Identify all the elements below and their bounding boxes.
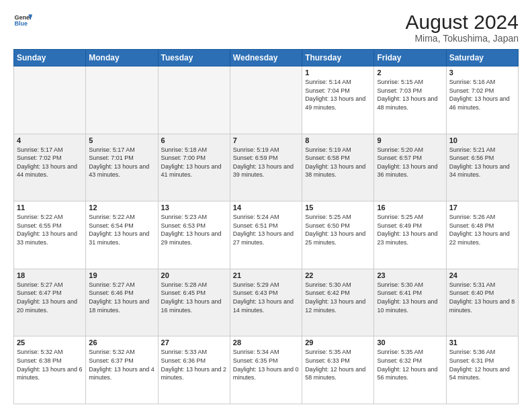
day-info: Sunrise: 5:30 AMSunset: 6:42 PMDaylight:…: [305, 281, 371, 314]
day-info: Sunrise: 5:21 AMSunset: 6:56 PMDaylight:…: [449, 146, 515, 179]
calendar-cell: 30Sunrise: 5:35 AMSunset: 6:32 PMDayligh…: [374, 336, 446, 404]
day-number: 30: [377, 338, 443, 347]
day-number: 4: [17, 136, 83, 144]
calendar-cell: [14, 66, 86, 134]
day-info: Sunrise: 5:17 AMSunset: 7:02 PMDaylight:…: [17, 146, 83, 179]
calendar-cell: 5Sunrise: 5:17 AMSunset: 7:01 PMDaylight…: [86, 134, 158, 201]
calendar-week-row: 4Sunrise: 5:17 AMSunset: 7:02 PMDaylight…: [14, 134, 519, 201]
day-info: Sunrise: 5:22 AMSunset: 6:54 PMDaylight:…: [89, 213, 154, 246]
day-info: Sunrise: 5:35 AMSunset: 6:32 PMDaylight:…: [377, 348, 443, 381]
calendar-cell: 29Sunrise: 5:35 AMSunset: 6:33 PMDayligh…: [302, 336, 374, 404]
day-info: Sunrise: 5:18 AMSunset: 7:00 PMDaylight:…: [161, 146, 227, 179]
day-info: Sunrise: 5:24 AMSunset: 6:51 PMDaylight:…: [233, 213, 299, 246]
logo: General Blue: [13, 11, 32, 30]
day-number: 3: [449, 68, 515, 77]
day-number: 15: [305, 203, 371, 212]
day-info: Sunrise: 5:27 AMSunset: 6:46 PMDaylight:…: [89, 281, 154, 314]
calendar-cell: 28Sunrise: 5:34 AMSunset: 6:35 PMDayligh…: [230, 336, 302, 404]
day-info: Sunrise: 5:22 AMSunset: 6:55 PMDaylight:…: [17, 213, 83, 246]
day-info: Sunrise: 5:30 AMSunset: 6:41 PMDaylight:…: [377, 281, 443, 314]
day-number: 7: [233, 136, 299, 144]
day-info: Sunrise: 5:32 AMSunset: 6:38 PMDaylight:…: [17, 348, 83, 381]
calendar-week-row: 1Sunrise: 5:14 AMSunset: 7:04 PMDaylight…: [14, 66, 519, 134]
calendar-cell: 31Sunrise: 5:36 AMSunset: 6:31 PMDayligh…: [446, 336, 518, 404]
day-info: Sunrise: 5:26 AMSunset: 6:48 PMDaylight:…: [449, 213, 515, 246]
day-number: 25: [17, 338, 83, 347]
day-number: 26: [89, 338, 154, 347]
day-info: Sunrise: 5:25 AMSunset: 6:50 PMDaylight:…: [305, 213, 371, 246]
calendar-cell: 22Sunrise: 5:30 AMSunset: 6:42 PMDayligh…: [302, 269, 374, 336]
calendar-cell: 21Sunrise: 5:29 AMSunset: 6:43 PMDayligh…: [230, 269, 302, 336]
day-info: Sunrise: 5:19 AMSunset: 6:59 PMDaylight:…: [233, 146, 299, 179]
day-info: Sunrise: 5:28 AMSunset: 6:45 PMDaylight:…: [161, 281, 227, 314]
day-number: 6: [161, 136, 227, 144]
day-number: 27: [161, 338, 227, 347]
day-number: 5: [89, 136, 154, 144]
calendar-cell: 9Sunrise: 5:20 AMSunset: 6:57 PMDaylight…: [374, 134, 446, 201]
logo-icon: General Blue: [13, 11, 32, 30]
calendar-week-row: 18Sunrise: 5:27 AMSunset: 6:47 PMDayligh…: [14, 269, 519, 336]
day-info: Sunrise: 5:27 AMSunset: 6:47 PMDaylight:…: [17, 281, 83, 314]
calendar-cell: 11Sunrise: 5:22 AMSunset: 6:55 PMDayligh…: [14, 201, 86, 269]
calendar-cell: 16Sunrise: 5:25 AMSunset: 6:49 PMDayligh…: [374, 201, 446, 269]
day-number: 13: [161, 203, 227, 212]
day-of-week-header: Saturday: [446, 50, 518, 66]
calendar-cell: 1Sunrise: 5:14 AMSunset: 7:04 PMDaylight…: [302, 66, 374, 134]
day-info: Sunrise: 5:33 AMSunset: 6:36 PMDaylight:…: [161, 348, 227, 381]
day-number: 19: [89, 271, 154, 279]
day-number: 11: [17, 203, 83, 212]
day-info: Sunrise: 5:16 AMSunset: 7:02 PMDaylight:…: [449, 78, 515, 111]
day-number: 28: [233, 338, 299, 347]
page-header: General Blue August 2024 Mima, Tokushima…: [13, 11, 519, 44]
calendar-cell: 26Sunrise: 5:32 AMSunset: 6:37 PMDayligh…: [86, 336, 158, 404]
day-of-week-header: Thursday: [302, 50, 374, 66]
day-number: 17: [449, 203, 515, 212]
day-of-week-header: Wednesday: [230, 50, 302, 66]
day-number: 9: [377, 136, 443, 144]
day-number: 21: [233, 271, 299, 279]
day-info: Sunrise: 5:15 AMSunset: 7:03 PMDaylight:…: [377, 78, 443, 111]
calendar-table: SundayMondayTuesdayWednesdayThursdayFrid…: [13, 49, 519, 404]
day-info: Sunrise: 5:14 AMSunset: 7:04 PMDaylight:…: [305, 78, 371, 111]
calendar-cell: 4Sunrise: 5:17 AMSunset: 7:02 PMDaylight…: [14, 134, 86, 201]
day-info: Sunrise: 5:36 AMSunset: 6:31 PMDaylight:…: [449, 348, 515, 381]
calendar-cell: 12Sunrise: 5:22 AMSunset: 6:54 PMDayligh…: [86, 201, 158, 269]
day-number: 22: [305, 271, 371, 279]
day-number: 18: [17, 271, 83, 279]
calendar-cell: 27Sunrise: 5:33 AMSunset: 6:36 PMDayligh…: [158, 336, 230, 404]
calendar-cell: [86, 66, 158, 134]
day-number: 23: [377, 271, 443, 279]
calendar-cell: 25Sunrise: 5:32 AMSunset: 6:38 PMDayligh…: [14, 336, 86, 404]
day-number: 12: [89, 203, 154, 212]
day-info: Sunrise: 5:34 AMSunset: 6:35 PMDaylight:…: [233, 348, 299, 381]
day-of-week-header: Tuesday: [158, 50, 230, 66]
calendar-cell: 6Sunrise: 5:18 AMSunset: 7:00 PMDaylight…: [158, 134, 230, 201]
day-number: 29: [305, 338, 371, 347]
day-info: Sunrise: 5:32 AMSunset: 6:37 PMDaylight:…: [89, 348, 154, 381]
day-info: Sunrise: 5:35 AMSunset: 6:33 PMDaylight:…: [305, 348, 371, 381]
calendar-cell: 10Sunrise: 5:21 AMSunset: 6:56 PMDayligh…: [446, 134, 518, 201]
calendar-cell: [158, 66, 230, 134]
calendar-cell: 14Sunrise: 5:24 AMSunset: 6:51 PMDayligh…: [230, 201, 302, 269]
day-number: 10: [449, 136, 515, 144]
calendar-cell: 13Sunrise: 5:23 AMSunset: 6:53 PMDayligh…: [158, 201, 230, 269]
calendar-week-row: 11Sunrise: 5:22 AMSunset: 6:55 PMDayligh…: [14, 201, 519, 269]
calendar-cell: 20Sunrise: 5:28 AMSunset: 6:45 PMDayligh…: [158, 269, 230, 336]
day-info: Sunrise: 5:25 AMSunset: 6:49 PMDaylight:…: [377, 213, 443, 246]
calendar-week-row: 25Sunrise: 5:32 AMSunset: 6:38 PMDayligh…: [14, 336, 519, 404]
day-info: Sunrise: 5:23 AMSunset: 6:53 PMDaylight:…: [161, 213, 227, 246]
calendar-cell: 2Sunrise: 5:15 AMSunset: 7:03 PMDaylight…: [374, 66, 446, 134]
day-number: 16: [377, 203, 443, 212]
calendar-cell: 8Sunrise: 5:19 AMSunset: 6:58 PMDaylight…: [302, 134, 374, 201]
day-info: Sunrise: 5:29 AMSunset: 6:43 PMDaylight:…: [233, 281, 299, 314]
calendar-cell: 17Sunrise: 5:26 AMSunset: 6:48 PMDayligh…: [446, 201, 518, 269]
day-of-week-header: Monday: [86, 50, 158, 66]
day-number: 14: [233, 203, 299, 212]
day-info: Sunrise: 5:31 AMSunset: 6:40 PMDaylight:…: [449, 281, 515, 314]
day-of-week-header: Friday: [374, 50, 446, 66]
svg-text:Blue: Blue: [14, 20, 28, 27]
calendar-cell: 3Sunrise: 5:16 AMSunset: 7:02 PMDaylight…: [446, 66, 518, 134]
day-number: 1: [305, 68, 371, 77]
calendar-cell: 18Sunrise: 5:27 AMSunset: 6:47 PMDayligh…: [14, 269, 86, 336]
title-block: August 2024 Mima, Tokushima, Japan: [406, 11, 519, 44]
